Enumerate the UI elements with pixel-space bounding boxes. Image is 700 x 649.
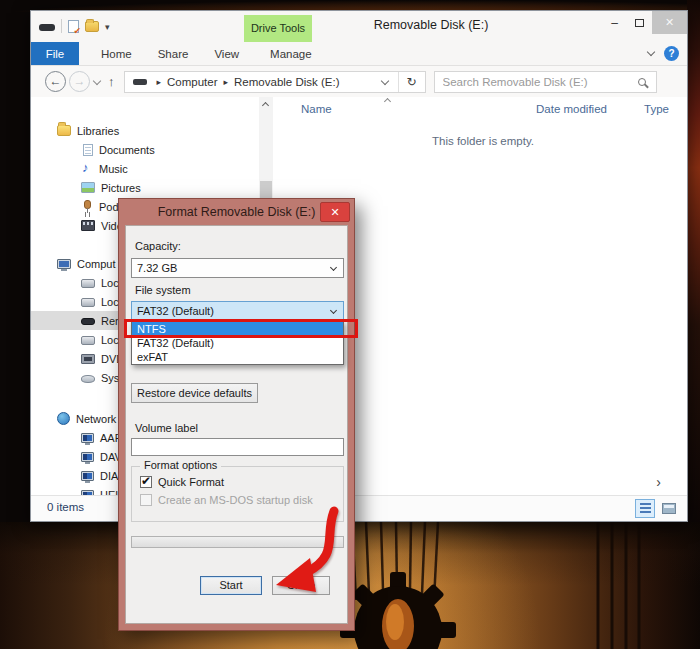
drive-icon <box>39 24 55 31</box>
volume-label-input[interactable] <box>131 438 344 456</box>
file-system-value: FAT32 (Default) <box>137 305 214 317</box>
quick-format-row[interactable]: Quick Format <box>132 476 343 488</box>
dvd-drive-icon <box>81 354 95 364</box>
tab-share[interactable]: Share <box>145 42 202 65</box>
properties-icon[interactable] <box>68 20 79 33</box>
disk-icon <box>81 298 95 307</box>
capacity-combobox[interactable]: 7.32 GB <box>131 258 344 278</box>
videos-icon <box>81 220 95 231</box>
up-button[interactable]: ↑ <box>108 74 115 89</box>
option-fat32[interactable]: FAT32 (Default) <box>132 336 343 350</box>
thumbnails-view-icon <box>662 503 676 514</box>
tab-view[interactable]: View <box>201 42 252 65</box>
quick-access-toolbar: ▾ <box>39 19 110 33</box>
sidebar-item-libraries[interactable]: Libraries <box>31 121 259 140</box>
breadcrumb-removable-disk[interactable]: Removable Disk (E:) <box>234 76 339 88</box>
removable-drive-icon <box>81 318 95 325</box>
computer-icon <box>57 259 71 269</box>
sort-ascending-icon <box>384 98 391 105</box>
breadcrumb-computer[interactable]: Computer <box>167 76 218 88</box>
sidebar-item-label: Music <box>99 163 128 175</box>
sidebar-item-label: Documents <box>99 144 155 156</box>
caption-buttons: – ✕ <box>602 11 687 34</box>
details-view-button[interactable] <box>635 499 655 518</box>
sidebar-item-label: Pictures <box>101 182 141 194</box>
recent-locations-icon[interactable] <box>93 76 101 84</box>
minimize-button[interactable]: – <box>602 12 627 34</box>
column-header-date-modified[interactable]: Date modified <box>536 103 607 115</box>
capacity-value: 7.32 GB <box>137 262 177 274</box>
address-dropdown-icon[interactable] <box>381 76 389 84</box>
podcast-icon <box>81 200 93 213</box>
network-pc-icon <box>81 471 94 481</box>
disk-icon <box>81 279 95 288</box>
breadcrumb-separator: ▸ <box>157 77 162 87</box>
network-icon <box>57 412 70 425</box>
breadcrumb-separator: ▸ <box>224 77 229 87</box>
pictures-icon <box>81 182 95 193</box>
desktop-right-edge <box>687 0 700 524</box>
navigation-bar: ← → ↑ ▸ Computer ▸ Removable Disk (E:) ↻ <box>31 66 687 97</box>
sidebar-item-documents[interactable]: Documents <box>31 140 259 159</box>
sidebar-item-pictures[interactable]: Pictures <box>31 178 259 197</box>
items-count: 0 items <box>47 501 84 513</box>
new-folder-icon[interactable] <box>85 21 99 32</box>
toolbar-separator <box>61 19 62 33</box>
quick-format-checkbox[interactable] <box>140 476 152 488</box>
divider <box>398 72 399 92</box>
annotation-arrow <box>252 497 362 605</box>
help-icon[interactable]: ? <box>664 46 679 61</box>
back-button[interactable]: ← <box>45 71 66 92</box>
chevron-down-icon <box>330 307 337 314</box>
msdos-checkbox <box>140 494 152 506</box>
column-header-name[interactable]: Name <box>301 103 332 115</box>
file-system-combobox[interactable]: FAT32 (Default) <box>131 301 344 321</box>
tab-file[interactable]: File <box>31 42 79 65</box>
tab-home[interactable]: Home <box>88 42 145 65</box>
dialog-title: Format Removable Disk (E:) <box>119 199 354 225</box>
chevron-down-icon <box>330 264 337 271</box>
sidebar-item-label: Network <box>76 413 116 425</box>
option-exfat[interactable]: exFAT <box>132 350 343 364</box>
search-box <box>434 71 657 93</box>
sidebar-item-music[interactable]: Music <box>31 159 259 178</box>
thumbnails-view-button[interactable] <box>659 499 679 518</box>
empty-folder-message: This folder is empty. <box>383 135 583 147</box>
dialog-close-button[interactable]: ✕ <box>320 202 350 222</box>
window-title: Removable Disk (E:) <box>351 18 511 32</box>
file-system-label: File system <box>135 284 191 296</box>
breadcrumb[interactable]: ▸ Computer ▸ Removable Disk (E:) ↻ <box>124 71 426 93</box>
desktop-background: ▾ Drive Tools Removable Disk (E:) – ✕ Fi… <box>0 0 700 649</box>
tab-manage[interactable]: Manage <box>257 42 325 65</box>
column-header-type[interactable]: Type <box>644 103 669 115</box>
ribbon-tab-row: File Home Share View Manage ? <box>31 42 687 66</box>
forward-button[interactable]: → <box>69 71 90 92</box>
quick-format-label: Quick Format <box>158 476 224 488</box>
capacity-label: Capacity: <box>135 240 181 252</box>
refresh-icon[interactable]: ↻ <box>406 75 418 89</box>
details-view-icon <box>640 503 651 514</box>
scroll-up-icon[interactable] <box>262 102 269 109</box>
file-system-dropdown-list: NTFS FAT32 (Default) exFAT <box>131 321 344 365</box>
sidebar-item-label: Libraries <box>77 125 119 137</box>
title-bar: ▾ Drive Tools Removable Disk (E:) – ✕ <box>31 11 687 42</box>
expand-ribbon-icon[interactable] <box>647 48 655 56</box>
maximize-button[interactable] <box>627 12 652 34</box>
scroll-right-icon[interactable]: › <box>656 475 661 489</box>
music-icon <box>81 162 93 175</box>
format-options-label: Format options <box>140 459 221 471</box>
network-pc-icon <box>81 433 94 443</box>
contextual-tab-drive-tools[interactable]: Drive Tools <box>244 15 312 42</box>
option-ntfs[interactable]: NTFS <box>132 322 343 336</box>
search-icon[interactable] <box>638 78 646 86</box>
volume-label-label: Volume label <box>135 422 198 434</box>
search-input[interactable] <box>435 76 638 88</box>
disk-icon <box>81 336 95 345</box>
network-pc-icon <box>81 452 94 462</box>
customize-toolbar-icon[interactable]: ▾ <box>105 22 110 32</box>
close-window-button[interactable]: ✕ <box>652 11 687 34</box>
maximize-icon <box>635 19 644 27</box>
restore-defaults-button[interactable]: Restore device defaults <box>131 383 258 403</box>
system-drive-icon <box>81 375 95 383</box>
libraries-folder-icon <box>57 125 71 136</box>
